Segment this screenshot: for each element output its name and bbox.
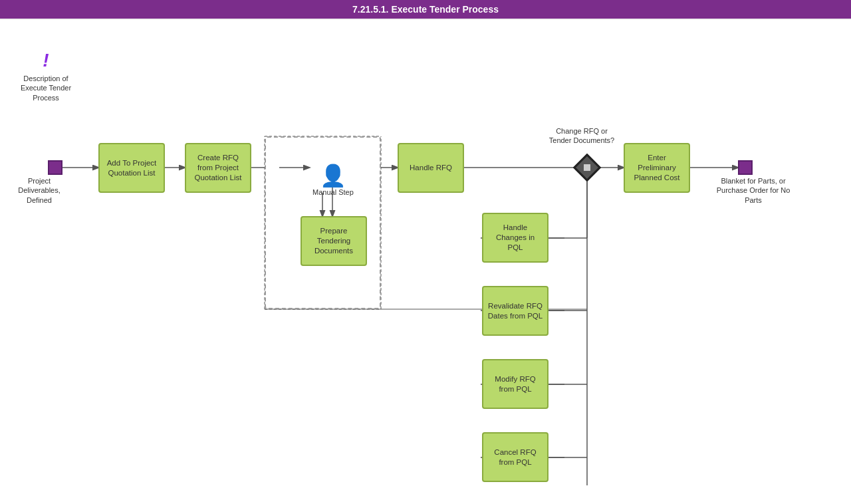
cancel-rfq-box[interactable]: Cancel RFQ from PQL (482, 432, 548, 482)
end-node (738, 160, 753, 175)
diagram-canvas: ! Description of Execute Tender Process … (0, 20, 851, 504)
start-label: Project Deliverables, Defined (9, 176, 69, 205)
end-label: Blanket for Parts, or Purchase Order for… (710, 176, 796, 205)
start-node (48, 160, 62, 175)
annotation-block: ! Description of Execute Tender Process (9, 50, 82, 102)
connectors-svg (0, 20, 851, 504)
revalidate-box[interactable]: Revalidate RFQ Dates from PQL (482, 286, 548, 336)
decision-label: Change RFQ or Tender Documents? (545, 126, 618, 146)
decision-node (577, 158, 597, 178)
add-to-project-box[interactable]: Add To Project Quotation List (98, 143, 165, 193)
create-rfq-box[interactable]: Create RFQ from Project Quotation List (185, 143, 251, 193)
diamond-inner (582, 163, 592, 172)
prepare-tendering-box[interactable]: Prepare Tendering Documents (301, 216, 367, 266)
modify-rfq-box[interactable]: Modify RFQ from PQL (482, 359, 548, 409)
handle-changes-box[interactable]: Handle Changes in PQL (482, 213, 548, 263)
page-header: 7.21.5.1. Execute Tender Process (0, 0, 851, 19)
person-icon: 👤 (320, 163, 346, 188)
annotation-text: Description of Execute Tender Process (9, 74, 82, 102)
handle-rfq-box[interactable]: Handle RFQ (398, 143, 464, 193)
manual-step: 👤 Manual Step (312, 163, 354, 196)
diamond-outer (573, 154, 601, 182)
annotation-icon: ! (43, 50, 49, 71)
enter-cost-box[interactable]: Enter Preliminary Planned Cost (624, 143, 690, 193)
header-title: 7.21.5.1. Execute Tender Process (352, 4, 499, 15)
